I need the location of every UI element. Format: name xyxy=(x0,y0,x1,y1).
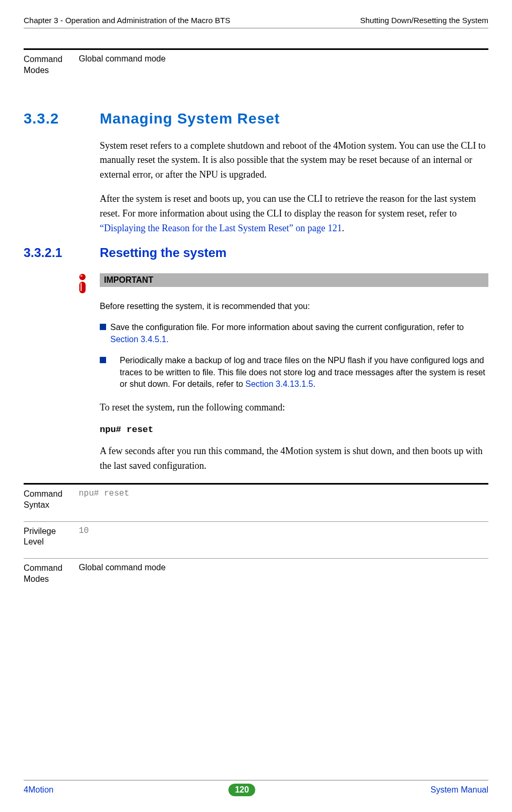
xref-link[interactable]: “Displaying the Reason for the Last Syst… xyxy=(100,223,342,233)
svg-rect-2 xyxy=(79,282,86,293)
bullet-text: Periodically make a backup of log and tr… xyxy=(110,355,488,390)
list-item: Save the configuration file. For more in… xyxy=(100,322,488,345)
table-row: Command Modes Global command mode xyxy=(24,50,488,87)
important-intro: Before resetting the system, it is recom… xyxy=(100,301,488,312)
footer-right: System Manual xyxy=(431,785,488,795)
paragraph: System reset refers to a complete shutdo… xyxy=(100,139,488,183)
important-body: Before resetting the system, it is recom… xyxy=(100,301,488,390)
command-table-top: Command Modes Global command mode xyxy=(24,48,488,87)
xref-link[interactable]: Section 3.4.5.1 xyxy=(110,335,166,344)
subsection-title: Resetting the system xyxy=(100,245,226,260)
subsection-heading: 3.3.2.1 Resetting the system xyxy=(24,245,488,260)
row-label: Privilege Level xyxy=(24,526,79,548)
section-title: Managing System Reset xyxy=(100,110,280,127)
row-label: Command Syntax xyxy=(24,489,79,511)
footer-left: 4Motion xyxy=(24,785,54,795)
row-value: Global command mode xyxy=(79,54,165,76)
svg-point-1 xyxy=(80,275,82,277)
table-row: Privilege Level 10 xyxy=(24,522,488,559)
bullet-text: Save the configuration file. For more in… xyxy=(110,322,488,345)
section-number: 3.3.2 xyxy=(24,110,100,127)
header-left: Chapter 3 - Operation and Administration… xyxy=(24,16,231,25)
command-table-bottom: Command Syntax npu# reset Privilege Leve… xyxy=(24,483,488,595)
text: . xyxy=(166,335,169,344)
text: Save the configuration file. For more in… xyxy=(110,323,464,332)
info-icon xyxy=(76,273,100,296)
row-value: Global command mode xyxy=(79,563,165,585)
table-row: Command Modes Global command mode xyxy=(24,559,488,595)
page-footer: 4Motion 120 System Manual xyxy=(24,780,488,796)
header-right: Shutting Down/Resetting the System xyxy=(360,16,488,25)
important-callout: IMPORTANT Before resetting the system, i… xyxy=(76,273,488,390)
list-item: Periodically make a backup of log and tr… xyxy=(100,355,488,390)
row-value: npu# reset xyxy=(79,489,129,511)
svg-point-0 xyxy=(79,274,86,280)
svg-rect-3 xyxy=(80,283,82,291)
paragraph: To reset the system, run the following c… xyxy=(100,400,488,415)
paragraph: After the system is reset and boots up, … xyxy=(100,192,488,236)
command-line: npu# reset xyxy=(100,425,488,435)
square-bullet-icon xyxy=(100,357,106,363)
text: . xyxy=(342,223,344,233)
xref-link[interactable]: Section 3.4.13.1.5 xyxy=(245,379,313,388)
text: . xyxy=(313,379,315,388)
row-label: Command Modes xyxy=(24,54,79,76)
text: After the system is reset and boots up, … xyxy=(100,193,476,219)
row-value: 10 xyxy=(79,526,89,548)
square-bullet-icon xyxy=(100,324,106,330)
page-number: 120 xyxy=(228,784,255,796)
row-label: Command Modes xyxy=(24,563,79,585)
subsection-number: 3.3.2.1 xyxy=(24,245,100,260)
page-header: Chapter 3 - Operation and Administration… xyxy=(24,16,488,28)
important-header: IMPORTANT xyxy=(76,273,488,296)
important-label: IMPORTANT xyxy=(100,273,488,287)
section-heading: 3.3.2 Managing System Reset xyxy=(24,110,488,127)
table-row: Command Syntax npu# reset xyxy=(24,485,488,522)
paragraph: A few seconds after you run this command… xyxy=(100,444,488,474)
